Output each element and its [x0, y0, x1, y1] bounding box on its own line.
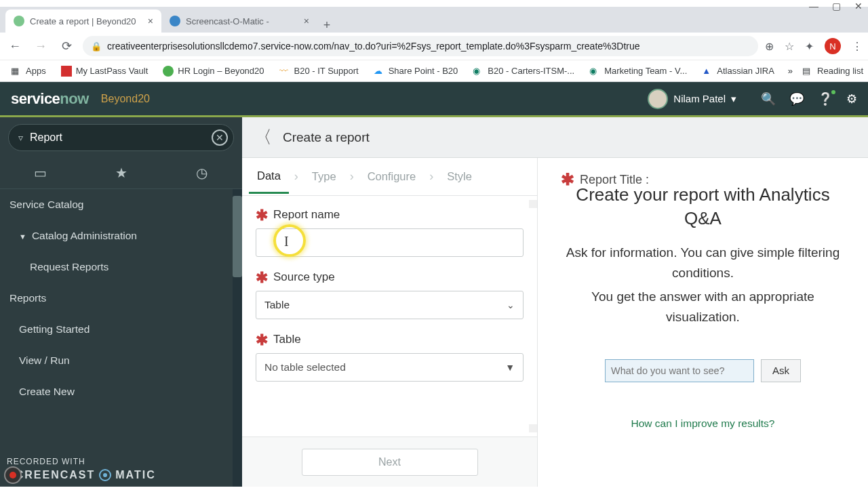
- back-button[interactable]: ←: [5, 39, 24, 54]
- bookmark-item[interactable]: My LastPass Vault: [56, 63, 154, 79]
- bookmark-item[interactable]: 〰B20 - IT Support: [274, 63, 364, 79]
- user-avatar-icon: [648, 89, 668, 109]
- field-source-type: ✱Source type Table ⌄: [256, 270, 524, 319]
- nav-tab-favorites-icon[interactable]: ★: [81, 157, 161, 188]
- field-label: Report name: [273, 208, 340, 222]
- jira-icon: ▲: [702, 66, 713, 77]
- nav-scrollbar[interactable]: [233, 189, 242, 487]
- nav-tabs: ▭ ★ ◷: [0, 157, 242, 189]
- address-bar[interactable]: 🔒 creativeenterprisesolutionsllcdemo7.se…: [83, 36, 758, 56]
- forward-button[interactable]: →: [31, 39, 50, 54]
- favicon-icon: [14, 16, 24, 26]
- extensions-icon[interactable]: ✦: [805, 40, 814, 53]
- ask-button[interactable]: Ask: [761, 359, 801, 382]
- select-value: Table: [264, 299, 290, 311]
- chevron-right-icon: ›: [294, 169, 298, 184]
- reading-list-icon: ▤: [802, 66, 813, 77]
- nav-filter-input[interactable]: [30, 131, 205, 144]
- recorder-watermark: RECORDED WITH SCREENCASTMATIC: [7, 456, 156, 483]
- bookmark-item[interactable]: ▲Atlassian JIRA: [696, 63, 780, 79]
- bookmark-item[interactable]: HR Login – Beyond20: [157, 63, 269, 79]
- bookmark-item[interactable]: ◉Marketing Team - V...: [584, 63, 692, 79]
- user-menu[interactable]: Nilam Patel ▾: [648, 89, 736, 109]
- instance-name[interactable]: Beyond20: [101, 93, 150, 105]
- required-icon: ✱: [256, 336, 268, 344]
- qa-help-link[interactable]: How can I improve my results?: [561, 418, 845, 430]
- close-tab-icon[interactable]: ×: [304, 16, 309, 26]
- bookmarks-bar: ▦Apps My LastPass Vault HR Login – Beyon…: [0, 60, 868, 81]
- nav-tab-all-icon[interactable]: ▭: [0, 157, 81, 188]
- servicenow-header: servicenow Beyond20 Nilam Patel ▾ 🔍 💬 ❔ …: [0, 82, 868, 117]
- text-cursor-icon: I: [284, 234, 289, 249]
- nav-tab-history-icon[interactable]: ◷: [161, 157, 242, 188]
- qa-input[interactable]: [605, 359, 754, 382]
- wizard-step-style[interactable]: Style: [439, 161, 480, 192]
- profile-avatar[interactable]: N: [825, 38, 841, 54]
- bookmark-icon: [61, 66, 72, 77]
- star-bookmark-icon[interactable]: ☆: [785, 40, 794, 53]
- reload-button[interactable]: ⟳: [57, 39, 76, 54]
- tab-title: Create a report | Beyond20: [30, 16, 142, 26]
- wizard-step-data[interactable]: Data: [249, 160, 289, 194]
- bookmark-apps[interactable]: ▦Apps: [5, 63, 52, 79]
- bookmark-icon: 〰: [279, 66, 290, 77]
- tab-strip: Create a report | Beyond20 × Screencast-…: [0, 7, 868, 33]
- bookmark-item[interactable]: ◉B20 - Carters-ITSM-...: [467, 63, 580, 79]
- kebab-menu-icon[interactable]: ⋮: [852, 40, 863, 53]
- bookmark-overflow-icon[interactable]: »: [788, 66, 793, 76]
- nav-item-view-run[interactable]: View / Run: [0, 345, 233, 376]
- sharepoint-icon: ◉: [473, 66, 484, 77]
- minimize-icon[interactable]: —: [809, 1, 818, 12]
- required-icon: ✱: [256, 211, 268, 219]
- nav-item-getting-started[interactable]: Getting Started: [0, 314, 233, 345]
- servicenow-logo[interactable]: servicenow: [11, 90, 89, 108]
- chevron-down-icon: ⌄: [507, 300, 515, 310]
- reading-list-button[interactable]: ▤Reading list: [797, 63, 868, 79]
- table-select[interactable]: No table selected ▼: [256, 353, 524, 382]
- nav-item-reports[interactable]: Reports: [0, 283, 233, 314]
- select-value: No table selected: [264, 361, 346, 373]
- nav-item-service-catalog[interactable]: Service Catalog: [0, 189, 233, 220]
- source-type-select[interactable]: Table ⌄: [256, 291, 524, 319]
- apps-icon: ▦: [11, 66, 22, 77]
- nav-filter[interactable]: ▿ ✕: [8, 124, 234, 151]
- report-name-input[interactable]: [256, 228, 524, 257]
- nav-item-create-new[interactable]: Create New: [0, 376, 233, 407]
- filter-icon: ▿: [18, 132, 23, 143]
- caret-down-icon: ▼: [19, 232, 26, 241]
- next-button[interactable]: Next: [302, 449, 478, 476]
- application-navigator: ▿ ✕ ▭ ★ ◷ Service Catalog ▼Catalog Admin…: [0, 117, 242, 487]
- browser-chrome: — ▢ ✕ Create a report | Beyond20 × Scree…: [0, 0, 868, 82]
- clear-filter-icon[interactable]: ✕: [212, 129, 228, 146]
- chevron-right-icon: ›: [350, 169, 354, 184]
- browser-tab-0[interactable]: Create a report | Beyond20 ×: [5, 9, 161, 33]
- new-tab-button[interactable]: +: [317, 18, 336, 33]
- user-name: Nilam Patel: [673, 93, 726, 104]
- search-icon[interactable]: 🔍: [761, 92, 776, 106]
- field-label: Source type: [273, 270, 335, 284]
- close-tab-icon[interactable]: ×: [148, 16, 153, 26]
- chat-icon[interactable]: 💬: [789, 92, 804, 106]
- address-bar-row: ← → ⟳ 🔒 creativeenterprisesolutionsllcde…: [0, 33, 868, 60]
- form-scrollbar[interactable]: [529, 196, 537, 436]
- nav-item-request-reports[interactable]: Request Reports: [0, 251, 233, 283]
- dropdown-triangle-icon: ▼: [505, 362, 515, 373]
- report-form: Data › Type › Configure › Style ✱Report …: [242, 158, 538, 487]
- bookmark-item[interactable]: ☁Share Point - B20: [368, 63, 464, 79]
- maximize-icon[interactable]: ▢: [832, 1, 841, 12]
- browser-tab-1[interactable]: Screencast-O-Matic - ×: [161, 9, 317, 33]
- wizard-step-configure[interactable]: Configure: [359, 161, 425, 192]
- nav-item-catalog-admin[interactable]: ▼Catalog Administration: [0, 220, 233, 251]
- gear-icon[interactable]: ⚙: [846, 92, 857, 106]
- back-icon[interactable]: 〈: [254, 125, 272, 149]
- notification-dot-icon: [830, 89, 837, 96]
- wizard-step-type[interactable]: Type: [304, 161, 344, 192]
- help-icon[interactable]: ❔: [818, 92, 833, 106]
- nav-list[interactable]: Service Catalog ▼Catalog Administration …: [0, 189, 242, 487]
- main-content: 〈 Create a report Data › Type › Configur…: [242, 117, 868, 487]
- field-table: ✱Table No table selected ▼: [256, 333, 524, 382]
- zoom-icon[interactable]: ⊕: [765, 40, 774, 53]
- tab-title: Screencast-O-Matic -: [186, 16, 298, 26]
- close-window-icon[interactable]: ✕: [854, 1, 863, 12]
- qa-heading: Create your report with Analytics Q&A: [561, 183, 845, 230]
